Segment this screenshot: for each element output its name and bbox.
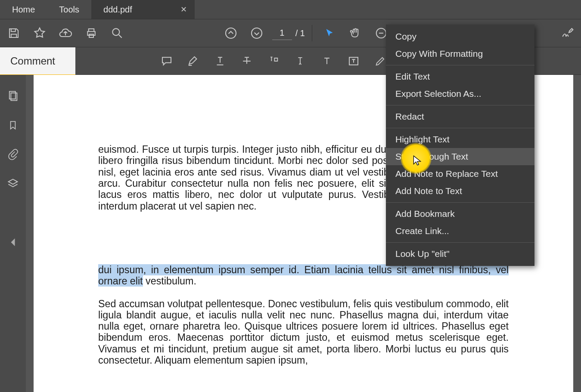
- print-icon[interactable]: [81, 23, 102, 43]
- text-box-icon[interactable]: [344, 52, 363, 71]
- svg-point-2: [112, 28, 119, 35]
- cm-look-up[interactable]: Look Up "elit": [386, 245, 534, 262]
- context-menu: Copy Copy With Formatting Edit Text Expo…: [386, 25, 534, 266]
- cm-separator: [386, 128, 534, 128]
- cm-separator: [386, 242, 534, 243]
- paragraph-3: Sed accumsan volutpat pellentesque. Done…: [98, 298, 509, 366]
- cm-separator: [386, 202, 534, 203]
- attachment-icon[interactable]: [5, 146, 21, 163]
- tab-document[interactable]: ddd.pdf ✕: [91, 0, 195, 19]
- svg-point-3: [226, 28, 236, 38]
- page-current-input[interactable]: [272, 26, 292, 40]
- thumbnails-icon[interactable]: [5, 88, 21, 104]
- sign-icon[interactable]: [557, 23, 578, 43]
- cm-highlight-text[interactable]: Highlight Text: [386, 131, 534, 148]
- cloud-upload-icon[interactable]: [55, 23, 76, 43]
- add-text-icon[interactable]: [317, 52, 336, 71]
- cm-add-note-text[interactable]: Add Note to Text: [386, 182, 534, 200]
- underline-text-icon[interactable]: [211, 52, 230, 71]
- cm-copy[interactable]: Copy: [386, 28, 534, 45]
- tab-home[interactable]: Home: [0, 0, 47, 19]
- tab-document-label: ddd.pdf: [103, 5, 132, 15]
- highlight-marker-icon[interactable]: [184, 52, 203, 71]
- paragraph-2-rest: vestibulum.: [143, 275, 196, 287]
- collapse-rail-icon[interactable]: [10, 238, 16, 246]
- left-rail: [0, 75, 26, 392]
- strikethrough-icon[interactable]: [237, 52, 256, 71]
- cm-add-note-replace[interactable]: Add Note to Replace Text: [386, 165, 534, 182]
- insert-text-icon[interactable]: [291, 52, 310, 71]
- paragraph-2: dui ipsum, in elementum ipsum semper id.…: [98, 264, 509, 287]
- selection-tool-icon[interactable]: [319, 23, 340, 43]
- cm-separator: [386, 65, 534, 65]
- svg-rect-0: [87, 31, 95, 35]
- page-up-icon[interactable]: [221, 23, 241, 43]
- layers-icon[interactable]: [5, 176, 21, 192]
- star-icon[interactable]: [29, 23, 50, 43]
- cm-separator: [386, 105, 534, 105]
- svg-point-4: [252, 28, 262, 38]
- page-down-icon[interactable]: [246, 23, 267, 43]
- save-icon[interactable]: [3, 23, 24, 43]
- comment-mode-label[interactable]: Comment: [0, 47, 75, 74]
- cm-copy-formatting[interactable]: Copy With Formatting: [386, 45, 534, 62]
- svg-rect-1: [89, 34, 93, 38]
- page-total-label: / 1: [295, 28, 305, 38]
- sticky-note-icon[interactable]: [157, 52, 176, 71]
- cm-create-link[interactable]: Create Link...: [386, 222, 534, 240]
- separator: [312, 25, 312, 41]
- close-icon[interactable]: ✕: [180, 5, 187, 14]
- hand-tool-icon[interactable]: [345, 23, 366, 43]
- replace-text-icon[interactable]: [264, 52, 283, 71]
- cm-strikethrough-text[interactable]: Strikethrough Text: [386, 148, 534, 165]
- cm-add-bookmark[interactable]: Add Bookmark: [386, 205, 534, 222]
- cm-edit-text[interactable]: Edit Text: [386, 68, 534, 85]
- tab-tools[interactable]: Tools: [47, 0, 91, 19]
- search-icon[interactable]: [107, 23, 127, 43]
- cm-redact[interactable]: Redact: [386, 108, 534, 125]
- bookmark-icon[interactable]: [5, 117, 21, 133]
- page-navigation: / 1: [272, 26, 305, 40]
- tabs-bar: Home Tools ddd.pdf ✕: [0, 0, 581, 19]
- cm-export-selection[interactable]: Export Selection As...: [386, 85, 534, 102]
